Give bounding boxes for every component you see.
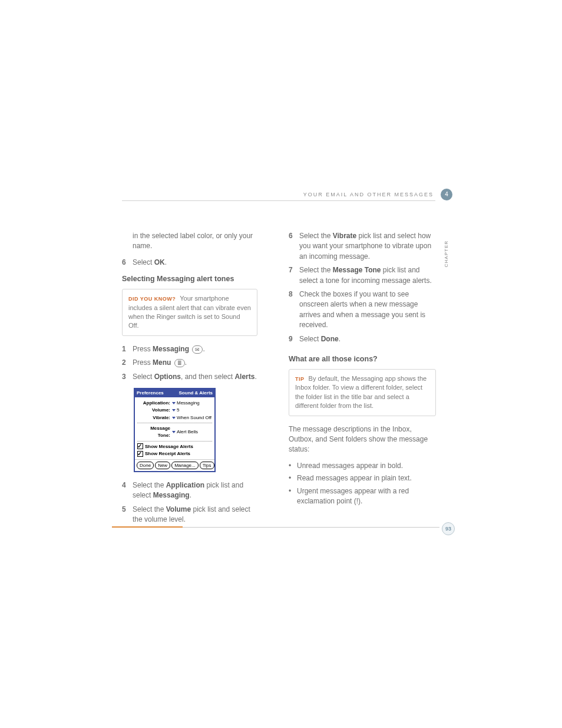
palm-label: Application: (137, 400, 172, 407)
document-page: YOUR EMAIL AND OTHER MESSAGES 4 CHAPTER … (0, 0, 562, 728)
bullet-icon: • (289, 473, 297, 483)
step-3: 3 Select Options, and then select Alerts… (122, 372, 257, 382)
bullet-urgent: • Urgent messages appear with a red excl… (289, 486, 436, 507)
bullet-text: Unread messages appear in bold. (297, 461, 403, 471)
step-body: Press Messaging ✉. (133, 344, 257, 354)
checkbox-icon (137, 443, 143, 449)
callout-body: By default, the Messaging app shows the … (295, 375, 427, 409)
palm-titlebar: Preferences Sound & Alerts (135, 389, 214, 397)
palm-label: Vibrate: (137, 414, 172, 421)
palm-volume-picklist[interactable]: 5 (172, 407, 212, 414)
bold-text: Options (154, 373, 181, 381)
step-body: Select OK. (133, 258, 257, 268)
bullet-icon: • (289, 461, 297, 471)
chevron-down-icon (172, 431, 176, 433)
step-number: 6 (289, 231, 299, 262)
step-2: 2 Press Menu ≣. (122, 358, 257, 368)
text: Select the (133, 505, 166, 513)
palm-body: Application: Messaging Volume: 5 Vibrate… (135, 397, 214, 459)
palm-show-receipt-alerts-checkbox[interactable]: Show Receipt Alerts (137, 450, 212, 457)
text: , and then select (181, 373, 234, 381)
step-number: 5 (122, 505, 133, 525)
text: Press (133, 345, 153, 353)
text: Select the (299, 266, 333, 274)
section-heading-icons: What are all those icons? (289, 354, 436, 364)
bold-text: Alerts (234, 373, 254, 381)
palm-value: Messaging (177, 400, 200, 406)
chapter-label: CHAPTER (444, 241, 449, 267)
header-rule (122, 200, 435, 201)
bullet-icon: • (289, 486, 297, 507)
palm-check-label: Show Message Alerts (145, 443, 193, 450)
palm-new-button[interactable]: New (155, 462, 170, 469)
running-header: YOUR EMAIL AND OTHER MESSAGES (303, 192, 434, 197)
step-6: 6 Select the Vibrate pick list and selec… (289, 231, 436, 262)
palm-check-label: Show Receipt Alerts (145, 450, 190, 457)
checkbox-icon (137, 451, 143, 457)
palm-value: Alert Bells (177, 429, 198, 434)
chevron-down-icon (172, 402, 176, 404)
bullet-text: Read messages appear in plain text. (297, 473, 412, 483)
text: . (254, 373, 256, 381)
page-number: 93 (442, 522, 455, 535)
step-body: Select Done. (299, 334, 436, 344)
palm-show-message-alerts-checkbox[interactable]: Show Message Alerts (137, 443, 212, 450)
palm-label: Message Tone: (137, 425, 172, 439)
step-number: 7 (289, 265, 299, 286)
palm-separator (137, 441, 212, 442)
bold-text: OK (154, 258, 165, 266)
palm-message-tone-picklist[interactable]: Alert Bells (172, 429, 212, 436)
step-5: 5 Select the Volume pick list and select… (122, 505, 257, 525)
palm-title-right: Sound & Alerts (179, 390, 213, 397)
step-body: Check the boxes if you want to see onscr… (299, 289, 436, 331)
palm-message-tone-row: Message Tone: Alert Bells (137, 425, 212, 439)
bold-text: Menu (153, 358, 171, 367)
text: Select (133, 258, 154, 266)
messaging-icon: ✉ (192, 345, 203, 354)
bold-text: Messaging (153, 491, 190, 499)
did-you-know-callout: DID YOU KNOW? Your smartphone includes a… (122, 289, 257, 336)
step-number: 3 (122, 372, 133, 382)
palm-done-button[interactable]: Done (137, 462, 154, 469)
palm-title-left: Preferences (137, 390, 164, 397)
bullet-read: • Read messages appear in plain text. (289, 473, 436, 483)
tip-callout: TIP By default, the Messaging app shows … (289, 369, 436, 416)
step-body: Select Options, and then select Alerts. (133, 372, 257, 382)
carryover-text: in the selected label color, or only you… (133, 231, 257, 252)
palm-vibrate-picklist[interactable]: When Sound Off (172, 414, 212, 421)
text: Select the (133, 481, 166, 489)
text: . (203, 345, 204, 353)
palm-vibrate-row: Vibrate: When Sound Off (137, 414, 212, 421)
step-number: 1 (122, 344, 133, 354)
callout-tag: TIP (295, 376, 305, 382)
step-number: 9 (289, 334, 299, 344)
palm-value: When Sound Off (177, 415, 211, 420)
palm-application-picklist[interactable]: Messaging (172, 400, 212, 407)
bullet-text: Urgent messages appear with a red exclam… (297, 486, 436, 507)
menu-icon: ≣ (174, 359, 185, 367)
footer-rule (112, 526, 439, 528)
palm-manage-button[interactable]: Manage... (171, 462, 199, 469)
step-number: 4 (122, 480, 133, 501)
text: Select the (299, 232, 333, 240)
step-body: Select the Volume pick list and select t… (133, 505, 257, 525)
bold-text: Volume (166, 505, 191, 513)
step-8: 8 Check the boxes if you want to see ons… (289, 289, 436, 331)
palm-value: 5 (177, 407, 179, 413)
step-number: 6 (122, 258, 133, 268)
section-heading-alert-tones: Selecting Messaging alert tones (122, 274, 257, 284)
bold-text: Vibrate (333, 232, 356, 240)
bold-text: Application (166, 481, 204, 489)
bold-text: Done (321, 335, 339, 343)
footer-rule-accent (112, 526, 183, 528)
bold-text: Message Tone (333, 266, 381, 274)
right-column: 6 Select the Vibrate pick list and selec… (289, 231, 436, 509)
palm-volume-row: Volume: 5 (137, 407, 212, 414)
chevron-down-icon (172, 409, 176, 411)
text: . (190, 491, 191, 499)
chapter-number-badge: 4 (441, 189, 452, 200)
text: . (185, 358, 187, 367)
callout-tag: DID YOU KNOW? (128, 296, 176, 302)
palm-tips-button[interactable]: Tips (200, 462, 214, 469)
text: Select (299, 335, 321, 343)
